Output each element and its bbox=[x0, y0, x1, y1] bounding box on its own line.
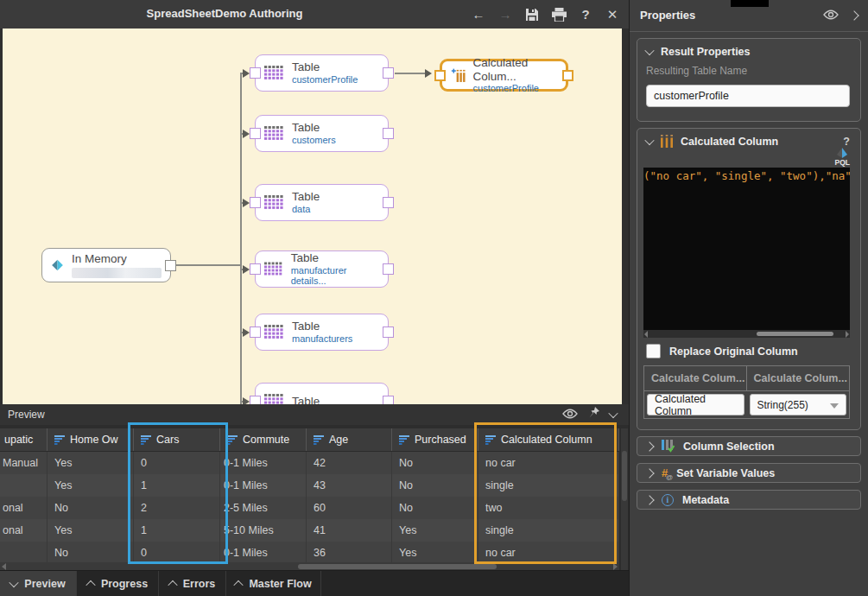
node-table-untitled[interactable]: Table bbox=[255, 383, 389, 404]
preview-vertical-scrollbar[interactable] bbox=[621, 428, 628, 570]
tab-chevron-icon bbox=[10, 578, 19, 587]
tab-errors[interactable]: Errors bbox=[159, 571, 226, 596]
output-port[interactable] bbox=[383, 197, 394, 208]
code-horizontal-scrollbar[interactable] bbox=[643, 330, 850, 338]
input-port[interactable] bbox=[250, 327, 261, 338]
column-header-home-ow[interactable]: Home Ow bbox=[48, 428, 134, 451]
section-set-variable-values[interactable]: #@ Set Variable Values bbox=[637, 463, 861, 483]
input-port[interactable] bbox=[250, 67, 261, 79]
column-header-age[interactable]: Age bbox=[307, 428, 392, 451]
column-sort-icon bbox=[141, 435, 152, 445]
tab-master-flow[interactable]: Master Flow bbox=[226, 571, 321, 596]
help-icon[interactable]: ? bbox=[843, 136, 850, 148]
replace-original-column-checkbox[interactable] bbox=[646, 344, 661, 358]
tab-label: Preview bbox=[24, 578, 65, 590]
node-subtitle: customers bbox=[292, 135, 336, 146]
grid-column-header[interactable]: Calculate Colum... bbox=[644, 366, 747, 391]
table-cell: 60 bbox=[307, 497, 392, 519]
input-port[interactable] bbox=[250, 396, 261, 404]
scrollbar-thumb[interactable] bbox=[298, 564, 497, 569]
node-calculated-column[interactable]: Calculated Colum... customerProfile bbox=[440, 59, 568, 92]
collapse-section-chevron-icon[interactable] bbox=[644, 135, 654, 144]
flow-canvas[interactable]: In Memory Table customerProfile Table cu… bbox=[0, 29, 629, 404]
collapse-section-chevron-icon[interactable] bbox=[644, 46, 654, 55]
help-icon[interactable]: ? bbox=[578, 7, 593, 22]
print-icon[interactable] bbox=[551, 7, 567, 22]
column-sort-icon bbox=[399, 435, 410, 445]
node-title: In Memory bbox=[72, 252, 162, 266]
output-port[interactable] bbox=[562, 70, 573, 81]
tab-preview[interactable]: Preview bbox=[0, 571, 77, 596]
column-name-input[interactable]: Calculated Column bbox=[647, 394, 744, 415]
node-table-manufacturer details...[interactable]: Table manufacturer details... bbox=[255, 250, 389, 288]
pql-icon bbox=[836, 148, 848, 158]
output-port[interactable] bbox=[383, 128, 394, 139]
grid-column-header[interactable]: Calculate Colum... bbox=[747, 366, 850, 391]
section-metadata[interactable]: i Metadata bbox=[637, 490, 861, 510]
metadata-icon: i bbox=[662, 494, 674, 506]
scrollbar-thumb[interactable] bbox=[757, 332, 833, 336]
scroll-left-arrow-icon[interactable] bbox=[644, 331, 648, 338]
collapse-panel-chevron-icon[interactable] bbox=[608, 409, 618, 418]
title-bar: SpreadSheetDemo Authoring ← → ? ✕ bbox=[0, 0, 629, 29]
scroll-right-arrow-icon[interactable] bbox=[846, 331, 849, 338]
preview-horizontal-scrollbar[interactable] bbox=[0, 562, 619, 570]
forward-arrow-icon[interactable]: → bbox=[497, 7, 513, 22]
table-cell: 1 bbox=[134, 519, 220, 542]
node-title: Table bbox=[292, 395, 320, 404]
node-table-customerProfile[interactable]: Table customerProfile bbox=[255, 54, 389, 92]
node-table-customers[interactable]: Table customers bbox=[255, 115, 389, 152]
table-cell: Yes bbox=[48, 474, 134, 497]
column-header-upatic[interactable]: upatic bbox=[0, 428, 48, 451]
preview-header-row: upatic Home Ow Cars Commute Age Purchase… bbox=[0, 428, 619, 452]
pin-icon[interactable] bbox=[588, 407, 599, 422]
table-cell: no car bbox=[478, 542, 619, 564]
preview-table: upatic Home Ow Cars Commute Age Purchase… bbox=[0, 428, 619, 564]
column-header-commute[interactable]: Commute bbox=[220, 428, 307, 451]
column-header-cars[interactable]: Cars bbox=[134, 428, 220, 451]
table-cell: Yes bbox=[48, 452, 134, 474]
back-arrow-icon[interactable]: ← bbox=[471, 7, 486, 22]
input-port[interactable] bbox=[250, 197, 261, 208]
eye-icon[interactable] bbox=[823, 8, 839, 23]
close-icon[interactable]: ✕ bbox=[605, 7, 620, 22]
column-header-purchased[interactable]: Purchased bbox=[392, 428, 478, 451]
input-port[interactable] bbox=[250, 263, 261, 275]
input-port[interactable] bbox=[434, 70, 446, 81]
node-subtitle: customerProfile bbox=[292, 74, 358, 86]
table-row: Yes10-1 Miles43Nosingle bbox=[0, 474, 619, 497]
table-row: ManualYes00-1 Miles42Nono car bbox=[0, 452, 619, 474]
node-table-manufacturers[interactable]: Table manufacturers bbox=[255, 314, 389, 351]
scroll-right-arrow-icon[interactable] bbox=[613, 563, 618, 570]
tab-progress[interactable]: Progress bbox=[77, 571, 159, 596]
resulting-table-name-input[interactable]: customerProfile bbox=[646, 85, 850, 107]
table-cell: 0-1 Miles bbox=[220, 474, 307, 497]
output-port[interactable] bbox=[383, 263, 394, 275]
eye-icon[interactable] bbox=[562, 407, 578, 422]
column-header-label: Purchased bbox=[415, 434, 466, 446]
expression-code-editor[interactable]: ("no car", "single", "two"),"na") bbox=[643, 168, 850, 330]
tab-chevron-icon bbox=[168, 580, 177, 590]
table-row: onalYes15-10 Miles41Yessingle bbox=[0, 519, 619, 542]
output-port[interactable] bbox=[383, 67, 394, 79]
output-port[interactable] bbox=[383, 396, 394, 404]
node-table-data[interactable]: Table data bbox=[255, 184, 389, 221]
node-title: Table bbox=[292, 320, 352, 333]
output-port[interactable] bbox=[165, 260, 176, 271]
tab-label: Errors bbox=[183, 578, 216, 590]
pql-badge: PQL bbox=[835, 148, 850, 167]
output-port[interactable] bbox=[383, 327, 394, 338]
column-type-dropdown[interactable]: String(255) bbox=[750, 394, 847, 415]
table-cell: Yes bbox=[392, 519, 478, 542]
table-cell: No bbox=[48, 497, 134, 519]
save-icon[interactable] bbox=[524, 7, 540, 22]
table-cell: No bbox=[392, 497, 478, 519]
node-in-memory[interactable]: In Memory bbox=[41, 248, 171, 282]
input-port[interactable] bbox=[250, 128, 261, 139]
collapse-panel-chevron-icon[interactable] bbox=[849, 10, 858, 20]
calculated-column-icon bbox=[661, 135, 673, 148]
scroll-left-arrow-icon[interactable] bbox=[2, 563, 6, 570]
window-title: SpreadSheetDemo Authoring bbox=[0, 7, 449, 20]
column-header-calculated-column[interactable]: Calculated Column bbox=[478, 428, 619, 451]
section-column-selection[interactable]: Column Selection bbox=[637, 436, 861, 456]
